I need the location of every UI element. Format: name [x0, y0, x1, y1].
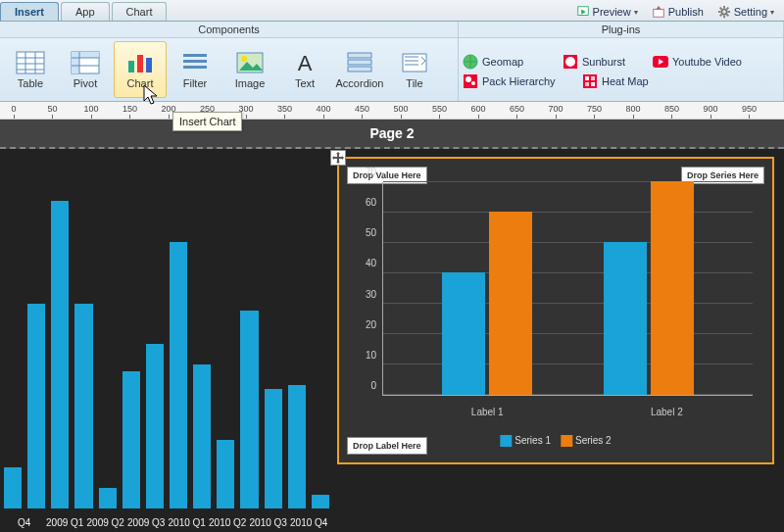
x-axis-label: 2010 Q3 [248, 517, 289, 528]
y-tick-label: 20 [366, 318, 376, 329]
bar [651, 181, 694, 395]
pack-hierarchy-icon [463, 73, 478, 89]
plugin-label: Pack Hierarchy [482, 75, 556, 87]
plugin-label: Heat Map [602, 75, 649, 87]
insert-chart-button[interactable]: Chart [114, 41, 167, 98]
accordion-icon [345, 51, 374, 74]
svg-rect-34 [348, 67, 371, 72]
svg-line-10 [726, 8, 728, 10]
sunburst-icon [563, 54, 578, 70]
y-tick-label: 10 [366, 349, 376, 360]
gear-icon [717, 5, 731, 19]
bar [489, 212, 532, 395]
insert-pivot-button[interactable]: Pivot [59, 41, 112, 98]
bar [312, 495, 329, 508]
plugin-pack-hierarchy[interactable]: Pack Hierarchy [463, 73, 570, 89]
bar [4, 467, 22, 508]
preview-label: Preview [593, 6, 631, 18]
svg-rect-1 [653, 9, 663, 17]
tooltip-insert-chart: Insert Chart [172, 112, 242, 131]
move-handle-icon[interactable] [330, 150, 346, 166]
x-axis-label: 2010 Q1 [167, 517, 208, 528]
insert-filter-button[interactable]: Filter [169, 41, 221, 98]
y-tick-label: 0 [370, 380, 376, 391]
y-tick-label: 70 [366, 167, 376, 177]
text-icon: A [290, 51, 319, 74]
x-category-label: Label 1 [471, 407, 504, 417]
heat-map-icon [582, 73, 598, 89]
svg-point-42 [471, 81, 475, 85]
bar [240, 311, 258, 508]
filter-label: Filter [183, 77, 207, 89]
chart-placeholder-frame[interactable]: Drop Value Here Drop Series Here Drop La… [337, 157, 774, 464]
bar [217, 440, 234, 508]
preview-dropdown[interactable]: Preview▾ [572, 3, 642, 21]
placeholder-chart-plot: 010203040506070 Label 1 Label 2 [353, 178, 760, 415]
plugin-geomap[interactable]: Geomap [463, 54, 551, 70]
svg-rect-23 [128, 61, 134, 73]
bar [146, 344, 164, 508]
pivot-label: Pivot [74, 77, 97, 89]
setting-dropdown[interactable]: Setting▾ [713, 3, 778, 21]
svg-rect-24 [137, 55, 143, 73]
bar [74, 304, 92, 508]
chart-legend: Series 1Series 2 [500, 435, 611, 447]
plugins-group-title: Plug-ins [459, 22, 783, 38]
accordion-label: Accordion [336, 77, 384, 89]
plugin-sunburst[interactable]: Sunburst [563, 54, 641, 70]
pivot-icon [71, 51, 100, 74]
horizontal-ruler: 0501001502002503003504004505005506006507… [0, 102, 784, 120]
publish-label: Publish [668, 6, 704, 18]
insert-image-button[interactable]: Image [223, 41, 276, 98]
plugin-heat-map[interactable]: Heat Map [582, 73, 670, 89]
design-canvas[interactable]: Page 2 Q42009 Q12009 Q22009 Q32010 Q1201… [0, 120, 784, 532]
svg-rect-33 [348, 60, 371, 65]
bar [193, 364, 211, 508]
svg-rect-28 [183, 66, 207, 69]
insert-table-button[interactable]: Table [4, 41, 57, 98]
tab-chart[interactable]: Chart [112, 2, 168, 21]
y-tick-label: 60 [366, 197, 376, 208]
insert-accordion-button[interactable]: Accordion [333, 41, 386, 98]
geomap-icon [463, 54, 478, 70]
chart-label: Chart [127, 77, 154, 89]
tab-insert[interactable]: Insert [0, 2, 59, 21]
x-category-label: Label 2 [651, 407, 683, 417]
x-axis-label: Q4 [4, 517, 45, 528]
tab-app[interactable]: App [61, 2, 110, 21]
x-axis-label: 2009 Q1 [45, 517, 86, 528]
table-label: Table [18, 77, 43, 89]
svg-text:A: A [298, 51, 313, 74]
x-axis-label: 2009 Q2 [85, 517, 126, 528]
image-icon [235, 51, 265, 74]
legend-item: Series 1 [500, 435, 551, 447]
left-bar-chart[interactable]: Q42009 Q12009 Q22009 Q32010 Q12010 Q2201… [0, 157, 333, 532]
table-icon [16, 51, 45, 74]
svg-point-41 [466, 76, 471, 82]
svg-rect-32 [348, 53, 371, 58]
svg-point-2 [721, 9, 726, 14]
svg-rect-27 [183, 60, 207, 63]
drop-label-placeholder[interactable]: Drop Label Here [347, 437, 427, 455]
ribbon: Components Table Pivot Chart Filter Imag… [0, 22, 784, 102]
legend-item: Series 2 [561, 435, 612, 447]
svg-rect-44 [585, 76, 589, 80]
svg-rect-19 [72, 52, 99, 58]
svg-rect-26 [183, 54, 207, 57]
insert-text-button[interactable]: A Text [278, 41, 331, 98]
tile-icon [400, 51, 429, 74]
bar [99, 488, 117, 508]
svg-line-7 [719, 8, 721, 10]
publish-button[interactable]: Publish [648, 3, 708, 21]
chart-icon [125, 51, 155, 74]
bar [122, 371, 140, 508]
bar [170, 242, 187, 508]
plugin-youtube[interactable]: Youtube Video [653, 54, 760, 70]
x-axis-label: 2009 Q3 [126, 517, 168, 528]
svg-point-38 [565, 57, 575, 67]
tile-label: Tile [406, 77, 422, 89]
plugin-label: Geomap [482, 56, 523, 68]
insert-tile-button[interactable]: Tile [388, 41, 441, 98]
svg-rect-46 [585, 82, 589, 86]
svg-point-30 [241, 56, 247, 62]
